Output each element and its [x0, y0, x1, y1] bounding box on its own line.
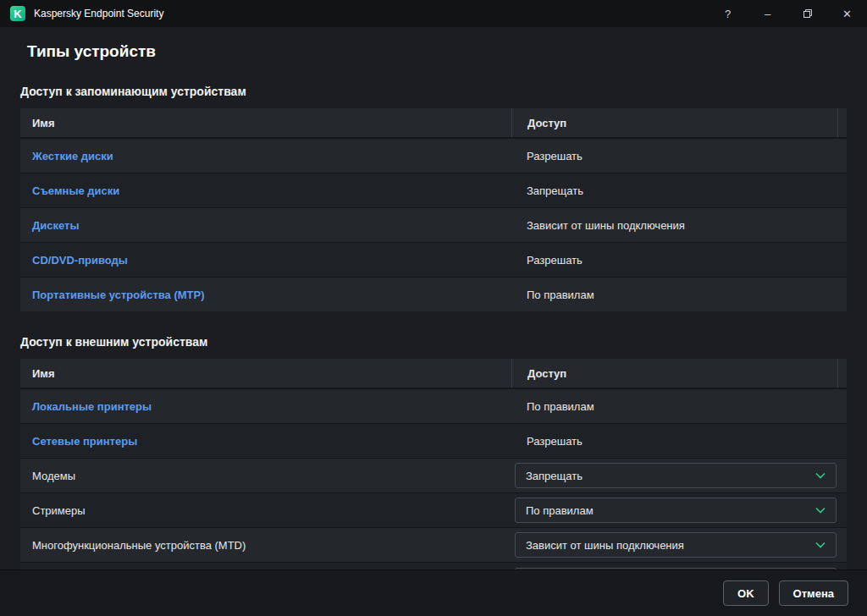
chevron-down-icon — [815, 507, 826, 514]
device-type-link[interactable]: Локальные принтеры — [32, 400, 152, 413]
table-row: Жесткие диски Разрешать — [20, 138, 847, 173]
app-window: K Kaspersky Endpoint Security ? – ✕ Типы… — [0, 0, 867, 616]
maximize-button[interactable] — [787, 0, 827, 27]
table-row: Портативные устройства (MTP) По правилам — [20, 277, 847, 311]
table-row: Съемные диски Запрещать — [20, 173, 847, 207]
scrollbar-track — [838, 243, 847, 277]
cancel-button[interactable]: Отмена — [779, 580, 848, 606]
device-type-link[interactable]: Съемные диски — [32, 184, 119, 197]
device-type-label: Многофункциональные устройства (MTD) — [32, 539, 246, 552]
device-type-link[interactable]: Сетевые принтеры — [32, 435, 137, 448]
access-value: Запрещать — [527, 184, 583, 197]
minimize-button[interactable]: – — [748, 0, 787, 27]
footer-bar: OK Отмена — [0, 569, 867, 616]
table-row: Сетевые принтеры Разрешать — [20, 423, 847, 458]
kaspersky-logo-icon: K — [10, 6, 25, 21]
scrollbar-track — [838, 528, 847, 562]
chevron-down-icon — [815, 472, 826, 479]
column-header-name: Имя — [20, 117, 511, 129]
device-type-link[interactable]: Дискеты — [32, 219, 80, 232]
device-type-label: Стримеры — [32, 504, 86, 517]
scrollbar-track — [838, 459, 847, 492]
scrollbar-track[interactable] — [837, 359, 847, 388]
table-row: CD/DVD-приводы Разрешать — [20, 242, 847, 277]
access-value: По правилам — [527, 400, 594, 413]
chevron-down-icon — [815, 542, 826, 548]
help-button[interactable]: ? — [708, 0, 748, 27]
scrollbar-track — [838, 173, 847, 207]
device-type-link[interactable]: Жесткие диски — [32, 150, 113, 162]
access-select[interactable]: Зависит от шины подключения — [515, 532, 837, 558]
section-heading-storage-devices: Доступ к запоминающим устройствам — [20, 85, 847, 98]
titlebar: K Kaspersky Endpoint Security ? – ✕ — [0, 0, 867, 27]
column-header-access: Доступ — [511, 359, 837, 388]
scrollbar-track — [838, 139, 847, 173]
access-value: Зависит от шины подключения — [527, 219, 685, 232]
table-row: Стримеры По правилам — [20, 492, 847, 527]
app-title: Kaspersky Endpoint Security — [34, 8, 163, 19]
column-header-name: Имя — [20, 367, 511, 380]
external-devices-table: Имя Доступ Локальные принтеры По правила… — [20, 359, 847, 576]
scrollbar-track — [838, 493, 847, 527]
table-row: Дискеты Зависит от шины подключения — [20, 207, 847, 242]
scrollbar-track — [838, 208, 847, 242]
access-value: Разрешать — [527, 435, 583, 448]
scrollbar-track — [838, 278, 847, 311]
column-header-access: Доступ — [511, 108, 837, 137]
table-row: Локальные принтеры По правилам — [20, 388, 847, 423]
ok-button[interactable]: OK — [723, 580, 769, 606]
table-header: Имя Доступ — [20, 359, 847, 388]
access-value: По правилам — [527, 289, 594, 301]
table-header: Имя Доступ — [20, 108, 847, 138]
page-title: Типы устройств — [27, 42, 867, 61]
restore-icon — [803, 8, 813, 19]
access-select[interactable]: Запрещать — [515, 463, 837, 488]
access-select[interactable]: По правилам — [515, 498, 837, 523]
section-heading-external-devices: Доступ к внешним устройствам — [20, 335, 847, 349]
close-button[interactable]: ✕ — [827, 0, 867, 27]
access-value: Разрешать — [527, 150, 583, 162]
device-type-link[interactable]: Портативные устройства (MTP) — [32, 289, 205, 301]
table-row: Многофункциональные устройства (MTD) Зав… — [20, 527, 847, 562]
storage-devices-table: Имя Доступ Жесткие диски Разрешать Съемн… — [20, 108, 847, 311]
table-row: Модемы Запрещать — [20, 458, 847, 492]
access-value: Разрешать — [527, 254, 583, 267]
scrollbar-track — [838, 389, 847, 423]
access-select-value: Запрещать — [526, 470, 583, 482]
scrollbar-track[interactable] — [837, 108, 847, 137]
access-select-value: Зависит от шины подключения — [526, 539, 684, 552]
scrollbar-track — [838, 424, 847, 458]
access-select-value: По правилам — [526, 504, 594, 517]
device-type-link[interactable]: CD/DVD-приводы — [32, 254, 128, 267]
device-type-label: Модемы — [32, 470, 75, 482]
